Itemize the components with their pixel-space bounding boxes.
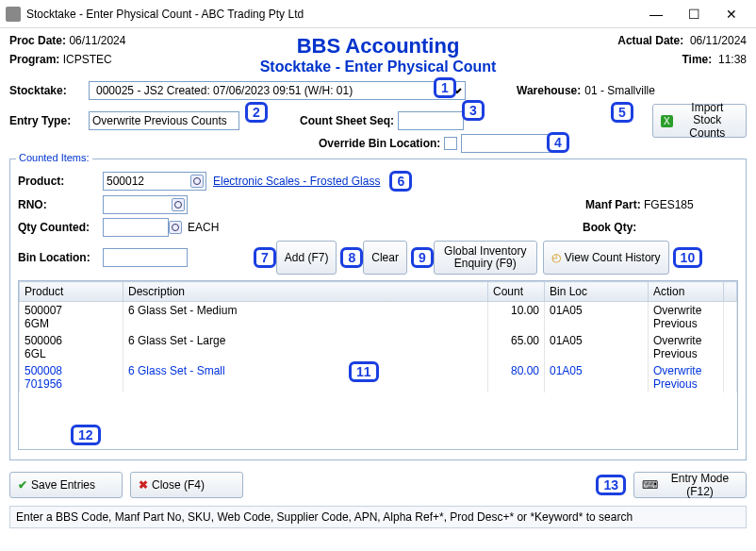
app-icon [6, 7, 21, 22]
entry-type-field[interactable] [89, 111, 239, 130]
qty-counted-label: Qty Counted: [18, 221, 103, 234]
bin-location-input[interactable] [103, 248, 188, 267]
col-description[interactable]: Description [123, 282, 488, 302]
entry-mode-button[interactable]: ⌨ Entry Mode (F12) [633, 472, 747, 498]
x-icon: ✖ [139, 478, 148, 492]
view-count-history-button[interactable]: ◴ View Count History [543, 241, 669, 275]
override-bin-row: Override Bin Location: 4 [0, 132, 756, 155]
override-bin-label: Override Bin Location: [319, 137, 440, 150]
col-product[interactable]: Product [20, 282, 123, 302]
stocktake-select[interactable]: 000025 - JS2 Created: 07/06/2023 09:51 (… [89, 81, 466, 100]
callout-10: 10 [673, 247, 703, 268]
global-inventory-button[interactable]: Global Inventory Enquiry (F9) [434, 241, 537, 275]
uom-value: EACH [188, 221, 219, 234]
count-sheet-field[interactable] [398, 111, 464, 130]
col-action[interactable]: Action [649, 282, 724, 302]
callout-5: 5 [611, 102, 633, 123]
rno-lookup-icon[interactable] [172, 198, 185, 211]
callout-6: 6 [389, 171, 412, 192]
time-value: 11:38 [718, 53, 747, 66]
callout-7: 7 [254, 247, 276, 268]
table-row[interactable]: 5000087019566 Glass Set - Small80.0001A0… [20, 362, 737, 392]
book-qty-label: Book Qty: [583, 221, 738, 234]
close-button[interactable]: ✖ Close (F4) [130, 472, 243, 498]
calculator-icon[interactable] [169, 221, 182, 234]
maximize-button[interactable]: ☐ [675, 0, 713, 28]
keyboard-icon: ⌨ [642, 478, 658, 492]
time-label: Time: [682, 53, 713, 66]
rno-label: RNO: [18, 198, 103, 211]
callout-8: 8 [340, 247, 363, 268]
save-entries-button[interactable]: ✔ Save Entries [9, 472, 123, 498]
table-row[interactable]: 5000076GM6 Glass Set - Medium10.0001A05O… [20, 302, 737, 333]
proc-date-value: 06/11/2024 [69, 34, 125, 47]
counted-items-legend: Counted Items: [16, 152, 92, 163]
col-count[interactable]: Count [488, 282, 545, 302]
program-value: ICPSTEC [63, 53, 112, 66]
stocktake-row: Stocktake: 000025 - JS2 Created: 07/06/2… [0, 79, 756, 102]
actual-date-value: 06/11/2024 [690, 34, 747, 47]
close-window-button[interactable]: ✕ [713, 0, 750, 28]
minimize-button[interactable]: — [637, 0, 675, 28]
program-label: Program: [9, 53, 59, 66]
override-bin-checkbox[interactable] [444, 137, 457, 150]
override-bin-field[interactable] [461, 134, 565, 153]
warehouse-value: 01 - Smallville [584, 84, 655, 97]
count-sheet-label: Count Sheet Seq: [300, 114, 394, 127]
qty-counted-input[interactable] [103, 218, 169, 237]
bottom-toolbar: ✔ Save Entries ✖ Close (F4) 13 ⌨ Entry M… [0, 466, 756, 504]
check-icon: ✔ [18, 478, 27, 492]
excel-icon: X [661, 115, 673, 127]
col-bin[interactable]: Bin Loc [545, 282, 649, 302]
actual-date-label: Actual Date: [617, 34, 683, 47]
clear-button[interactable]: Clear [363, 241, 407, 275]
callout-9: 9 [411, 247, 434, 268]
counted-items-table-wrap: Product Description Count Bin Loc Action… [18, 280, 738, 450]
callout-13: 13 [596, 475, 626, 495]
counted-items-table[interactable]: Product Description Count Bin Loc Action… [19, 281, 737, 392]
bin-location-label: Bin Location: [18, 251, 103, 264]
window-title: Stocktake - Enter Physical Count - ABC T… [26, 8, 637, 21]
window-titlebar: Stocktake - Enter Physical Count - ABC T… [0, 0, 756, 28]
header: Proc Date: 06/11/2024 Program: ICPSTEC B… [0, 28, 756, 79]
product-label: Product: [18, 175, 103, 188]
counted-items-fieldset: Counted Items: Product: Electronic Scale… [9, 159, 747, 460]
callout-2: 2 [245, 102, 268, 123]
manf-part-label: Manf Part: [585, 198, 641, 211]
clock-icon: ◴ [551, 251, 561, 264]
product-description-link[interactable]: Electronic Scales - Frosted Glass [213, 175, 380, 188]
callout-3: 3 [462, 100, 485, 121]
entry-type-label: Entry Type: [9, 114, 85, 127]
warehouse-label: Warehouse: [517, 84, 581, 97]
manf-part-value: FGES185 [644, 198, 738, 211]
callout-12: 12 [71, 425, 101, 445]
stocktake-label: Stocktake: [9, 84, 85, 97]
table-row[interactable]: 5000066GL6 Glass Set - Large65.0001A05Ov… [20, 332, 737, 362]
product-lookup-icon[interactable] [190, 175, 204, 188]
proc-date-label: Proc Date: [9, 34, 66, 47]
add-button[interactable]: Add (F7) [276, 241, 337, 275]
status-bar: Enter a BBS Code, Manf Part No, SKU, Web… [9, 506, 747, 528]
